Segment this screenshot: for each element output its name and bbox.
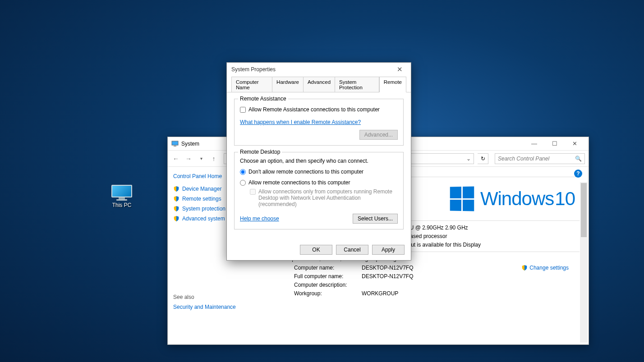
cancel-button[interactable]: Cancel xyxy=(336,245,368,255)
close-button[interactable]: ✕ xyxy=(393,65,406,73)
group-legend: Remote Assistance xyxy=(238,96,288,102)
maximize-button[interactable]: ☐ xyxy=(544,137,565,150)
shield-icon xyxy=(173,196,179,202)
refresh-button[interactable]: ↻ xyxy=(478,153,488,164)
computer-description-value xyxy=(362,282,580,288)
nla-checkbox: Allow connections only from computers ru… xyxy=(250,188,398,207)
radio-input[interactable] xyxy=(240,169,246,175)
chevron-down-icon[interactable]: ⌄ xyxy=(466,156,471,162)
scrollbar-thumb[interactable] xyxy=(581,183,587,237)
up-button[interactable]: ↑ xyxy=(209,155,218,162)
scrollbar[interactable] xyxy=(580,182,588,343)
full-computer-name-value: DESKTOP-N12V7FQ xyxy=(362,273,580,280)
help-button[interactable]: ? xyxy=(574,170,582,178)
tab-hardware[interactable]: Hardware xyxy=(272,77,304,92)
remote-desktop-instruction: Choose an option, and then specify who c… xyxy=(240,158,398,164)
back-button[interactable]: ← xyxy=(171,155,180,162)
help-me-choose-link[interactable]: Help me choose xyxy=(240,215,279,222)
workgroup-value: WORKGROUP xyxy=(362,290,580,297)
dont-allow-radio[interactable]: Don't allow remote connections to this c… xyxy=(240,169,398,175)
see-also-heading: See also xyxy=(173,294,248,300)
windows-logo-icon xyxy=(450,186,474,211)
computer-icon xyxy=(171,140,179,147)
checkbox-input xyxy=(250,189,256,195)
radio-input[interactable] xyxy=(240,180,246,186)
shield-icon xyxy=(521,265,528,271)
dialog-titlebar[interactable]: System Properties ✕ xyxy=(227,63,411,76)
forward-button[interactable]: → xyxy=(184,155,193,162)
sidebar-link-security-maintenance[interactable]: Security and Maintenance xyxy=(173,304,248,310)
remote-assistance-help-link[interactable]: What happens when I enable Remote Assist… xyxy=(240,119,361,125)
group-legend: Remote Desktop xyxy=(238,149,282,155)
tab-computer-name[interactable]: Computer Name xyxy=(231,77,272,92)
dialog-title: System Properties xyxy=(231,66,393,73)
search-icon: 🔍 xyxy=(575,156,582,162)
svg-rect-0 xyxy=(172,141,178,145)
recent-dropdown[interactable]: ▾ xyxy=(197,156,206,161)
tab-system-protection[interactable]: System Protection xyxy=(335,77,379,92)
checkbox-input[interactable] xyxy=(240,107,246,113)
system-properties-dialog: System Properties ✕ Computer Name Hardwa… xyxy=(226,62,411,261)
allow-remote-assistance-checkbox[interactable]: Allow Remote Assistance connections to t… xyxy=(240,106,398,113)
ok-button[interactable]: OK xyxy=(300,245,332,255)
allow-radio[interactable]: Allow remote connections to this compute… xyxy=(240,179,398,186)
desktop-icon-this-pc[interactable]: This PC xyxy=(104,185,140,208)
svg-rect-1 xyxy=(174,146,176,147)
windows-logo: Windows10 xyxy=(450,187,575,211)
shield-icon xyxy=(173,186,179,192)
change-settings-link[interactable]: Change settings xyxy=(521,265,569,271)
dialog-button-row: OK Cancel Apply xyxy=(227,240,411,260)
search-placeholder: Search Control Panel xyxy=(498,156,549,162)
tab-remote[interactable]: Remote xyxy=(379,77,406,92)
close-button[interactable]: ✕ xyxy=(565,137,585,150)
apply-button[interactable]: Apply xyxy=(372,245,405,255)
dialog-tabs: Computer Name Hardware Advanced System P… xyxy=(227,76,411,92)
shield-icon xyxy=(173,215,179,222)
desktop-icon-label: This PC xyxy=(104,202,140,208)
minimize-button[interactable]: — xyxy=(524,137,544,150)
computer-icon xyxy=(111,185,132,200)
shield-icon xyxy=(173,206,179,212)
search-input[interactable]: Search Control Panel 🔍 xyxy=(495,153,585,164)
tab-advanced[interactable]: Advanced xyxy=(304,77,335,92)
advanced-button[interactable]: Advanced... xyxy=(359,130,398,140)
select-users-button[interactable]: Select Users... xyxy=(353,214,398,224)
remote-desktop-group: Remote Desktop Choose an option, and the… xyxy=(234,152,404,229)
remote-assistance-group: Remote Assistance Allow Remote Assistanc… xyxy=(234,99,404,146)
